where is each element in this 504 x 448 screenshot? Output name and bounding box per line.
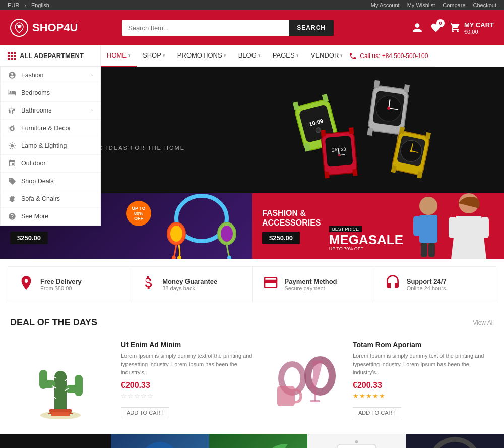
deal-1-title: Ut Enim Ad Minim	[121, 341, 262, 349]
plant-svg	[209, 434, 307, 448]
svg-point-82	[433, 440, 477, 449]
shopdeals-icon	[8, 177, 16, 185]
deal-2-add-to-cart[interactable]: ADD TO CART	[353, 407, 401, 418]
search-button[interactable]: SEARCH	[289, 20, 334, 36]
svg-rect-12	[404, 84, 410, 92]
vendor-arrow: ▾	[340, 53, 343, 58]
dept-item-sofa[interactable]: Sofa & Chairs	[1, 190, 100, 208]
lamp-icon	[8, 142, 16, 150]
my-wishlist-link[interactable]: My Wishlist	[407, 2, 435, 8]
deal-1-price: €200.33	[121, 381, 262, 390]
all-departments-button[interactable]: ALL ADEPARTMENT	[0, 45, 101, 66]
deal-1-desc: Lorem Ipsum is simply dummy text of the …	[121, 352, 262, 377]
compare-link[interactable]: Compare	[443, 2, 465, 8]
deal-2-price: €200.33	[353, 381, 494, 390]
fashion-image	[393, 193, 504, 259]
elec-segment-1: $250.00	[111, 434, 209, 448]
electronics-banner: ELECTRONICS GIFT GUIDE $250.00	[0, 434, 504, 448]
dept-lamp-label: Lamp & Lighting	[21, 142, 67, 149]
dept-sofa-label: Sofa & Chairs	[21, 195, 60, 202]
fashion-chevron: ›	[91, 73, 93, 78]
svg-rect-53	[428, 243, 435, 257]
support-icon	[385, 274, 401, 294]
wishlist-badge: 0	[436, 19, 445, 27]
nav-blog[interactable]: BLOG▾	[232, 45, 267, 67]
feature-payment: Payment Method Secure payment	[253, 267, 374, 302]
outdoor-icon	[8, 159, 16, 167]
dept-item-seemore[interactable]: See More	[1, 208, 100, 226]
cart-text: MY CART €0.00	[464, 21, 494, 35]
delivery-text: Free Delivery From $80.00	[40, 277, 82, 291]
nav-home[interactable]: HOME▾	[101, 45, 137, 67]
promo-fashion-title: FASHION &ACCESSORIES	[262, 208, 321, 228]
svg-rect-56	[481, 217, 489, 238]
dept-item-outdoor[interactable]: Out door	[1, 155, 100, 173]
nav-promotions[interactable]: PROMOTIONS▾	[171, 45, 232, 67]
top-bar-right: My Account My Wishlist Compare Checkout	[371, 2, 496, 8]
money-title: Money Guarantee	[162, 277, 217, 285]
dept-item-bathrooms[interactable]: Bathrooms ›	[1, 102, 100, 120]
ribbon-svg	[111, 434, 209, 448]
deal-1-add-to-cart[interactable]: ADD TO CART	[121, 407, 169, 418]
support-title: Support 24/7	[407, 277, 447, 285]
svg-point-75	[141, 442, 180, 448]
grid-icon	[8, 52, 16, 60]
dept-item-fashion[interactable]: Fashion ›	[1, 67, 100, 84]
deals-right: Ut Enim Ad Minim Lorem Ipsum is simply d…	[121, 335, 494, 426]
blog-arrow: ▾	[258, 53, 261, 58]
wishlist-icon-button[interactable]: 0	[430, 22, 442, 33]
dept-item-furniture[interactable]: Furniture & Decor	[1, 120, 100, 137]
features-strip: Free Delivery From $80.00 Money Guarante…	[8, 266, 496, 302]
svg-point-43	[170, 226, 182, 242]
dept-item-shopdeals[interactable]: Shop Deals	[1, 173, 100, 190]
deals-title: DEAL OF THE DAYS	[10, 317, 97, 328]
svg-point-81	[355, 440, 358, 443]
nav-shop[interactable]: SHOP▾	[137, 45, 171, 67]
cart-button[interactable]: MY CART €0.00	[449, 21, 494, 35]
all-dept-label: ALL ADEPARTMENT	[20, 52, 84, 60]
svg-rect-52	[421, 243, 427, 257]
payment-title: Payment Method	[285, 277, 337, 285]
support-sub: Online 24 hours	[407, 285, 447, 291]
svg-point-46	[177, 256, 181, 259]
fashion-icon	[8, 71, 16, 79]
logo-icon	[10, 19, 28, 37]
top-bar-left: EUR › English	[8, 2, 49, 8]
promo-fashion-price[interactable]: $250.00	[262, 232, 300, 244]
dept-seemore-label: See More	[21, 213, 48, 220]
feature-delivery: Free Delivery From $80.00	[8, 267, 130, 302]
svg-rect-72	[314, 388, 316, 401]
phone-label: Call us: +84 500-500-100	[360, 52, 428, 60]
search-bar: SEARCH	[122, 20, 334, 36]
svg-point-48	[419, 197, 437, 215]
search-input[interactable]	[122, 20, 289, 36]
my-account-link[interactable]: My Account	[371, 2, 400, 8]
svg-rect-58	[54, 371, 67, 415]
nav-container: ALL ADEPARTMENT HOME▾ SHOP▾ PROMOTIONS▾ …	[0, 45, 504, 67]
hero-watches: 10:09	[262, 72, 474, 188]
cart-price: €0.00	[464, 29, 494, 35]
cactus-image	[20, 341, 101, 421]
view-all-link[interactable]: View All	[473, 319, 494, 326]
logo[interactable]: SHOP4U	[10, 19, 78, 37]
deals-header: DEAL OF THE DAYS View All	[10, 317, 494, 328]
bathrooms-chevron: ›	[91, 108, 93, 113]
currency-selector[interactable]: EUR	[8, 2, 19, 8]
checkout-link[interactable]: Checkout	[473, 2, 496, 8]
dept-item-bedrooms[interactable]: Bedrooms	[1, 84, 100, 102]
deal-card-1: Ut Enim Ad Minim Lorem Ipsum is simply d…	[121, 335, 262, 426]
feature-support: Support 24/7 Online 24 hours	[374, 267, 496, 302]
nav-pages[interactable]: PAGES▾	[267, 45, 305, 67]
seemore-icon	[8, 212, 16, 220]
nav-vendor[interactable]: VENDOR▾	[305, 45, 349, 67]
cart-icon	[449, 21, 461, 33]
language-selector[interactable]: English	[31, 2, 49, 8]
user-icon-button[interactable]	[412, 22, 423, 33]
money-icon	[140, 274, 156, 294]
promo-fashion-text: FASHION &ACCESSORIES $250.00	[262, 208, 321, 244]
dept-item-lamp[interactable]: Lamp & Lighting	[1, 137, 100, 155]
svg-rect-24	[352, 169, 357, 176]
payment-sub: Secure payment	[285, 285, 337, 291]
promo-headphone-price[interactable]: $250.00	[10, 232, 48, 244]
best-price-label: BEST PRICE	[329, 226, 362, 232]
